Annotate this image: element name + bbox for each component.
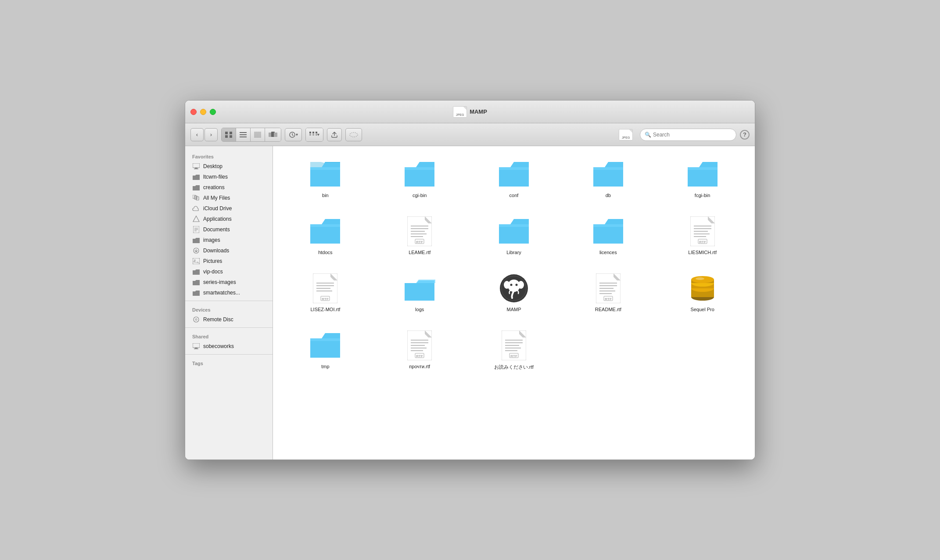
rtf-file-icon: RTF [496, 330, 531, 361]
window-title: JPEG MAMP [453, 106, 487, 118]
svg-rect-0 [225, 132, 228, 134]
sidebar-item-downloads[interactable]: Downloads [185, 245, 273, 256]
sidebar-item-label: Downloads [203, 248, 229, 254]
svg-point-92 [518, 281, 524, 289]
file-item[interactable]: Library [470, 212, 558, 258]
file-item[interactable]: MAMP [470, 269, 558, 316]
file-item[interactable]: Sequel Pro [659, 269, 746, 316]
titlebar: JPEG MAMP [185, 101, 755, 123]
all-files-icon [192, 194, 200, 202]
file-item[interactable]: RTF LEAME.rtf [376, 212, 463, 258]
sidebar-item-desktop[interactable]: Desktop [185, 161, 273, 172]
svg-rect-39 [195, 348, 197, 348]
folder-open-file-icon [402, 273, 437, 304]
svg-rect-5 [240, 134, 247, 135]
file-item[interactable]: htdocs [282, 212, 369, 258]
sidebar-item-images[interactable]: images [185, 235, 273, 245]
sidebar-item-applications[interactable]: Applications [185, 214, 273, 224]
help-button[interactable]: ? [740, 130, 750, 140]
svg-rect-4 [240, 132, 247, 133]
folder-file-icon [591, 215, 626, 247]
svg-rect-1 [230, 132, 232, 134]
file-item[interactable]: licences [564, 212, 652, 258]
preview-icon: JPEG [619, 129, 633, 140]
sidebar-item-remote-disc[interactable]: Remote Disc [185, 314, 273, 325]
file-item[interactable]: RTF LIESMICH.rtf [659, 212, 746, 258]
svg-rect-17 [312, 132, 314, 133]
svg-rect-65 [593, 224, 623, 244]
file-item[interactable]: RTF お読みください.rtf [470, 326, 558, 374]
folder-icon [192, 289, 200, 297]
sidebar-item-sobecoworks[interactable]: sobecoworks [185, 341, 273, 352]
maximize-button[interactable] [210, 109, 216, 115]
icloud-icon [192, 205, 200, 212]
arrange-button: ▾ [305, 128, 323, 142]
mamp-app-icon [496, 273, 531, 304]
sidebar-item-label: All My Files [203, 195, 230, 201]
svg-text:RTF: RTF [699, 240, 706, 244]
disc-icon [192, 316, 200, 323]
file-item[interactable]: RTF README.rtf [564, 269, 652, 316]
svg-rect-8 [257, 132, 258, 138]
svg-rect-2 [225, 135, 228, 138]
svg-rect-43 [405, 167, 434, 187]
title-file-icon: JPEG [453, 106, 467, 118]
sidebar-item-all-my-files[interactable]: All My Files [185, 193, 273, 203]
file-item[interactable]: RTF LISEZ-MOI.rtf [282, 269, 369, 316]
svg-rect-14 [274, 133, 277, 137]
grid-view-button[interactable]: ▾ [306, 128, 323, 141]
back-button[interactable]: ‹ [190, 128, 204, 141]
coverflow-view-button[interactable] [265, 128, 281, 141]
svg-rect-63 [499, 224, 529, 244]
sidebar-item-label: smartwatches... [203, 290, 240, 296]
file-item[interactable]: conf [470, 155, 558, 201]
tag-button[interactable] [345, 128, 362, 141]
file-item[interactable]: db [564, 155, 652, 201]
svg-text:RTF: RTF [416, 240, 423, 244]
file-item[interactable]: RTF прочти.rtf [376, 326, 463, 374]
svg-point-94 [515, 284, 517, 286]
file-item[interactable]: cgi-bin [376, 155, 463, 201]
sidebar-item-icloud-drive[interactable]: iCloud Drive [185, 203, 273, 214]
folder-file-icon [308, 215, 343, 247]
network-icon [192, 342, 200, 350]
main-content: Favorites Desktop ltcwm-files creations [185, 146, 755, 459]
svg-rect-46 [499, 167, 529, 170]
sidebar-item-smartwatches[interactable]: smartwatches... [185, 287, 273, 298]
list-view-button[interactable] [236, 128, 251, 141]
svg-rect-45 [499, 167, 529, 187]
sidebar-item-creations[interactable]: creations [185, 182, 273, 193]
icon-view-button[interactable] [222, 128, 236, 141]
divider [185, 354, 273, 355]
file-item[interactable]: logs [376, 269, 463, 316]
column-view-button[interactable] [251, 128, 265, 141]
sidebar-item-ltcwm-files[interactable]: ltcwm-files [185, 172, 273, 182]
minimize-button[interactable] [200, 109, 206, 115]
rtf-file-icon: RTF [402, 330, 437, 361]
sidebar-item-series-images[interactable]: series-images [185, 277, 273, 287]
svg-rect-44 [405, 167, 434, 170]
sidebar-item-vip-docs[interactable]: vip-docs [185, 266, 273, 277]
share-button[interactable] [327, 128, 342, 141]
search-container[interactable]: 🔍 [640, 129, 736, 141]
sidebar-item-label: Documents [203, 226, 230, 233]
file-name: bin [322, 193, 329, 198]
file-item[interactable]: tmp [282, 326, 369, 374]
action-button[interactable]: ▾ [285, 128, 302, 141]
file-item[interactable]: fcgi-bin [659, 155, 746, 201]
file-item[interactable]: bin [282, 155, 369, 201]
forward-button[interactable]: › [205, 128, 218, 141]
shared-section-label: Shared [185, 330, 273, 341]
svg-rect-19 [309, 134, 311, 136]
svg-rect-86 [405, 283, 434, 301]
rtf-file-icon: RTF [685, 215, 720, 247]
sidebar-item-documents[interactable]: Documents [185, 224, 273, 235]
sidebar-item-pictures[interactable]: Pictures [185, 256, 273, 266]
folder-icon [192, 236, 200, 244]
close-button[interactable] [190, 109, 197, 115]
svg-rect-50 [688, 167, 718, 170]
search-input[interactable] [653, 132, 732, 138]
file-name: fcgi-bin [695, 193, 710, 198]
svg-rect-7 [254, 132, 256, 138]
file-name: Library [506, 250, 521, 255]
